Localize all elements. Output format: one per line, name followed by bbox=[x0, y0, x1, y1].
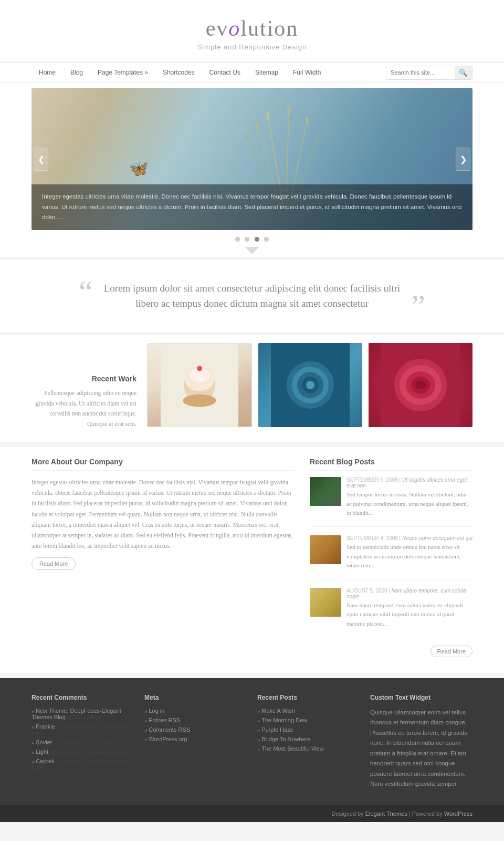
blog-post-1-meta: SEPTEMBER 5, 2008 | Ut sagittis ultrices… bbox=[346, 477, 472, 489]
slider-dot-3[interactable] bbox=[255, 237, 259, 242]
footer-meta-wordpress-link[interactable]: WordPress.org bbox=[149, 736, 187, 742]
footer-comments-heading: Recent Comments bbox=[32, 694, 134, 701]
svg-point-8 bbox=[306, 117, 309, 124]
slider-next-button[interactable]: ❯ bbox=[456, 148, 470, 171]
svg-point-7 bbox=[287, 106, 290, 115]
blog-post-1-excerpt: Sed tempor lectus in risus. Nullam vesti… bbox=[346, 490, 472, 518]
footer-comment-1-link[interactable]: New Theme: DeepFocus-Elegant Themes Blog bbox=[32, 708, 121, 720]
blog-post-2-content: SEPTEMBER 4, 2008 | Neque porro quisquam… bbox=[346, 535, 472, 570]
nav-link-shortcodes[interactable]: Shortcodes bbox=[155, 63, 202, 82]
quote-block: “ Lorem ipsum dolor sit amet consectetur… bbox=[63, 265, 441, 327]
nav-item-contact[interactable]: Contact Us bbox=[202, 63, 248, 82]
footer-post-3-link[interactable]: Purple Haze bbox=[261, 726, 293, 733]
svg-point-10 bbox=[246, 133, 248, 140]
slider-section: 🦋 ❮ ❯ Integer egestas ultricies urna vit… bbox=[0, 83, 504, 257]
nav-item-blog[interactable]: Blog bbox=[63, 63, 90, 82]
about-text: Integer egestas ultricies urna vitae mol… bbox=[32, 477, 294, 551]
footer-meta-login: Log in bbox=[144, 708, 247, 714]
slider-dots bbox=[32, 230, 472, 247]
work-text: Recent Work Pellentesque adipiscing odio… bbox=[32, 343, 136, 429]
nav-menu: Home Blog Page Templates » Shortcodes Co… bbox=[32, 63, 386, 82]
work-image-cupcake[interactable] bbox=[147, 343, 252, 427]
slider-prev-button[interactable]: ❮ bbox=[34, 148, 48, 171]
footer-post-2: The Morning Dew bbox=[257, 717, 360, 723]
nav-link-templates[interactable]: Page Templates » bbox=[90, 63, 155, 82]
content-section: More About Our Company Integer egestas u… bbox=[0, 447, 504, 672]
footer-meta-heading: Meta bbox=[144, 694, 247, 701]
logo-evo: ev bbox=[206, 16, 229, 40]
svg-point-15 bbox=[197, 366, 202, 371]
blog-post-2-title[interactable]: Neque porro quisquam est qui bbox=[402, 535, 472, 541]
footer-meta: Meta Log in Entries RSS Comments RSS Wor… bbox=[144, 694, 247, 790]
about-read-more[interactable]: Read More bbox=[32, 557, 76, 570]
wordpress-link[interactable]: WordPress bbox=[444, 811, 472, 817]
footer-comment-2-link[interactable]: Frankie bbox=[36, 723, 55, 730]
slider-dot-1[interactable] bbox=[235, 237, 240, 242]
nav-link-fullwidth[interactable]: Full Width bbox=[286, 63, 328, 82]
svg-point-6 bbox=[266, 111, 269, 120]
footer-posts-heading: Recent Posts bbox=[257, 694, 360, 701]
nav-item-templates[interactable]: Page Templates » bbox=[90, 63, 155, 82]
nav-link-contact[interactable]: Contact Us bbox=[202, 63, 248, 82]
blog-post-1-content: SEPTEMBER 5, 2008 | Ut sagittis ultrices… bbox=[346, 477, 472, 518]
rose-svg bbox=[369, 343, 472, 427]
search-input[interactable] bbox=[386, 67, 455, 78]
footer-meta-comments-link[interactable]: Comments RSS bbox=[149, 726, 190, 733]
work-image-rose[interactable] bbox=[369, 343, 472, 427]
svg-point-22 bbox=[306, 381, 314, 389]
site-header: evolution Simple and Responsive Design bbox=[0, 0, 504, 62]
nav-item-shortcodes[interactable]: Shortcodes bbox=[155, 63, 202, 82]
blog-read-more: Read More bbox=[310, 646, 472, 657]
footer-comment-5-link[interactable]: Cepreii bbox=[36, 758, 54, 764]
footer-post-1-link[interactable]: Make A Wish bbox=[261, 708, 295, 714]
footer-meta-entries-link[interactable]: Entries RSS bbox=[149, 717, 180, 723]
blog-thumb-3[interactable] bbox=[310, 588, 341, 617]
blog-read-more-button[interactable]: Read More bbox=[430, 646, 472, 657]
footer-meta-wordpress: WordPress.org bbox=[144, 736, 247, 742]
work-images bbox=[147, 343, 472, 429]
footer-post-5-link[interactable]: The Most Beautiful View bbox=[261, 745, 323, 752]
nav-link-sitemap[interactable]: Sitemap bbox=[248, 63, 286, 82]
blog-post-3-content: AUGUST 5, 2008 | Nam libero tempore, cum… bbox=[346, 588, 472, 629]
blog-thumb-1[interactable] bbox=[310, 477, 341, 506]
footer-meta-login-link[interactable]: Log in bbox=[149, 708, 164, 714]
footer-recent-comments: Recent Comments New Theme: DeepFocus-Ele… bbox=[32, 694, 134, 790]
about-section: More About Our Company Integer egestas u… bbox=[32, 458, 294, 657]
footer-post-5: The Most Beautiful View bbox=[257, 745, 360, 752]
footer-comment-1: New Theme: DeepFocus-Elegant Themes Blog… bbox=[32, 708, 134, 720]
quote-mark-left: “ bbox=[79, 276, 93, 307]
blog-section: Recent Blog Posts SEPTEMBER 5, 2008 | Ut… bbox=[310, 458, 472, 657]
blog-thumb-2[interactable] bbox=[310, 535, 341, 564]
search-button[interactable]: 🔍 bbox=[455, 66, 472, 79]
footer-comment-4-link[interactable]: Light bbox=[36, 749, 48, 755]
footer-comment-2: Frankie on At vero eos et accusamus et i… bbox=[32, 723, 134, 736]
footer-post-4-link[interactable]: Bridge To Nowhere bbox=[261, 736, 310, 742]
work-image-succulent[interactable] bbox=[258, 343, 362, 427]
nav-item-sitemap[interactable]: Sitemap bbox=[248, 63, 286, 82]
blog-post-2-excerpt: Sed ut perspiciatis unde omnis iste natu… bbox=[346, 543, 472, 570]
footer-meta-comments: Comments RSS bbox=[144, 726, 247, 733]
site-logo: evolution bbox=[0, 16, 504, 41]
footer-bottom-text: Designed by Elegant Themes | Powered by … bbox=[332, 811, 472, 817]
slider-caption: Integer egestas ultricies urna vitae mol… bbox=[32, 184, 472, 230]
blog-post-1: SEPTEMBER 5, 2008 | Ut sagittis ultrices… bbox=[310, 477, 472, 527]
blog-post-3-meta: AUGUST 5, 2008 | Nam libero tempore, cum… bbox=[346, 588, 472, 599]
footer-comment-3: Soviet on Urna eget erat non purus bbox=[32, 739, 134, 745]
elegant-themes-link[interactable]: Elegant Themes bbox=[365, 811, 407, 817]
nav-link-home[interactable]: Home bbox=[32, 63, 63, 82]
nav-item-fullwidth[interactable]: Full Width bbox=[286, 63, 328, 82]
nav-link-blog[interactable]: Blog bbox=[63, 63, 90, 82]
footer-comment-3-link[interactable]: Soviet bbox=[36, 739, 52, 745]
image-slider: 🦋 ❮ ❯ Integer egestas ultricies urna vit… bbox=[32, 88, 472, 230]
quote-section-wrapper: “ Lorem ipsum dolor sit amet consectetur… bbox=[0, 259, 504, 333]
slider-dot-4[interactable] bbox=[264, 237, 269, 242]
nav-item-home[interactable]: Home bbox=[32, 63, 63, 82]
footer-post-2-link[interactable]: The Morning Dew bbox=[261, 717, 307, 723]
footer-post-3: Purple Haze bbox=[257, 726, 360, 733]
footer-widget-text: Quisque ullamcorper enim vel tellus rhon… bbox=[370, 708, 472, 790]
about-heading: More About Our Company bbox=[32, 458, 294, 471]
quote-mark-right: ” bbox=[411, 290, 425, 321]
footer-comments-list: New Theme: DeepFocus-Elegant Themes Blog… bbox=[32, 708, 134, 771]
slider-dot-2[interactable] bbox=[245, 237, 249, 242]
succulent-svg bbox=[258, 343, 362, 427]
